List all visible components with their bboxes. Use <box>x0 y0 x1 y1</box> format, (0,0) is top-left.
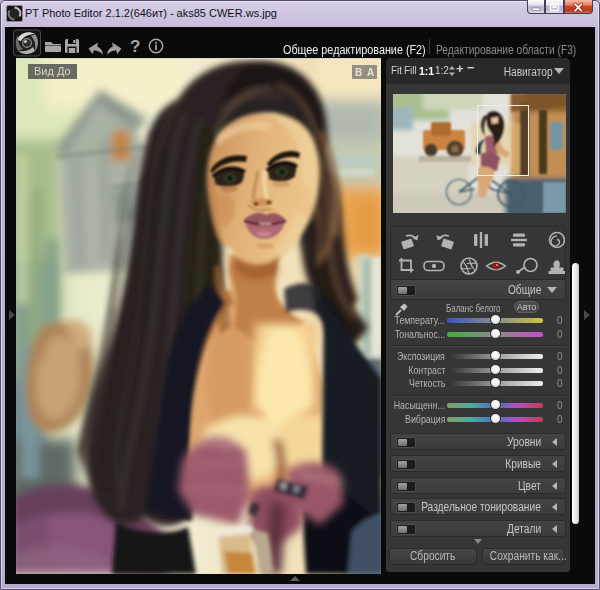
svg-text:?: ? <box>130 37 140 56</box>
